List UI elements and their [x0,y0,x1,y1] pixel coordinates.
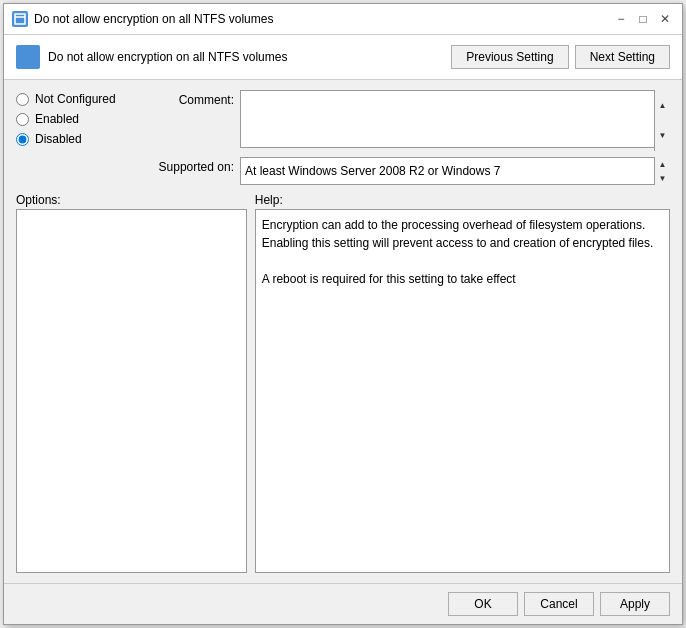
svg-rect-0 [15,14,25,24]
header-buttons: Previous Setting Next Setting [451,45,670,69]
bottom-panels: Options: Help: Encryption can add to the… [16,193,670,573]
options-content [17,210,246,222]
options-label: Options: [16,193,247,207]
help-label: Help: [255,193,670,207]
disabled-option[interactable]: Disabled [16,132,136,146]
title-bar: Do not allow encryption on all NTFS volu… [4,4,682,35]
options-section: Options: [16,193,247,573]
comment-label: Comment: [144,90,234,107]
enabled-radio[interactable] [16,113,29,126]
ok-button[interactable]: OK [448,592,518,616]
comment-textarea[interactable] [240,90,670,148]
policy-icon [16,45,40,69]
comment-input-wrap: ▲ ▼ [240,90,670,151]
not-configured-option[interactable]: Not Configured [16,92,136,106]
prev-setting-button[interactable]: Previous Setting [451,45,568,69]
header-left: Do not allow encryption on all NTFS volu… [16,45,287,69]
not-configured-radio[interactable] [16,93,29,106]
supported-on-value: At least Windows Server 2008 R2 or Windo… [240,157,670,185]
supported-on-scroll-up[interactable]: ▲ [655,157,670,171]
disabled-label: Disabled [35,132,82,146]
maximize-button[interactable]: □ [634,10,652,28]
supported-on-scroll-down[interactable]: ▼ [655,171,670,185]
supported-on-input-wrap: At least Windows Server 2008 R2 or Windo… [240,157,670,185]
cancel-button[interactable]: Cancel [524,592,594,616]
footer: OK Cancel Apply [4,583,682,624]
close-button[interactable]: ✕ [656,10,674,28]
supported-on-label: Supported on: [144,157,234,174]
supported-on-row: Supported on: At least Windows Server 20… [144,157,670,185]
header-section: Do not allow encryption on all NTFS volu… [4,35,682,80]
comment-row: Comment: ▲ ▼ [144,90,670,151]
help-section: Help: Encryption can add to the processi… [255,193,670,573]
enabled-option[interactable]: Enabled [16,112,136,126]
right-panel: Comment: ▲ ▼ Supported on: At least [144,90,670,185]
not-configured-label: Not Configured [35,92,116,106]
window-title: Do not allow encryption on all NTFS volu… [34,12,606,26]
help-box[interactable]: Encryption can add to the processing ove… [255,209,670,573]
minimize-button[interactable]: − [612,10,630,28]
comment-scrollbar: ▲ ▼ [654,90,670,151]
main-window: Do not allow encryption on all NTFS volu… [3,3,683,625]
main-content: Not Configured Enabled Disabled Comment: [4,80,682,583]
comment-scroll-up[interactable]: ▲ [655,90,670,121]
help-text: Encryption can add to the processing ove… [262,218,654,286]
options-box[interactable] [16,209,247,573]
top-section: Not Configured Enabled Disabled Comment: [16,90,670,185]
next-setting-button[interactable]: Next Setting [575,45,670,69]
comment-scroll-down[interactable]: ▼ [655,121,670,152]
help-content: Encryption can add to the processing ove… [256,210,669,294]
header-title: Do not allow encryption on all NTFS volu… [48,50,287,64]
title-controls: − □ ✕ [612,10,674,28]
enabled-label: Enabled [35,112,79,126]
window-icon [12,11,28,27]
disabled-radio[interactable] [16,133,29,146]
supported-on-scrollbar: ▲ ▼ [654,157,670,185]
radio-group: Not Configured Enabled Disabled [16,90,136,185]
apply-button[interactable]: Apply [600,592,670,616]
